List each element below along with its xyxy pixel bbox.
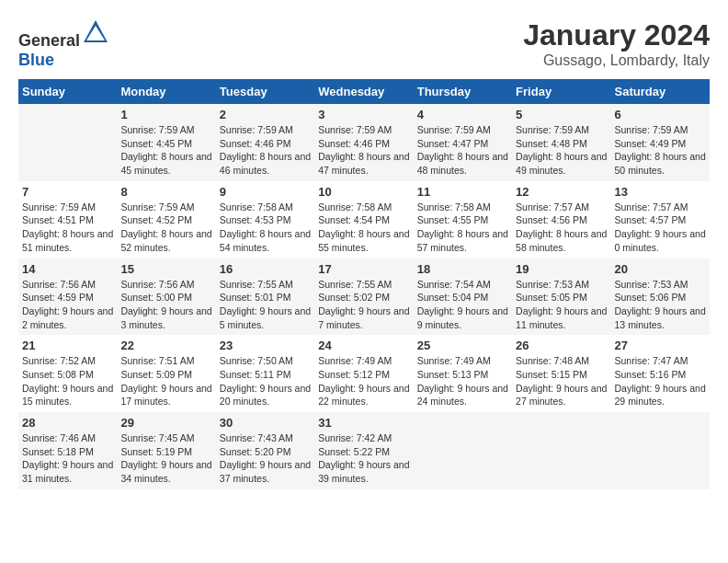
calendar-cell: 23Sunrise: 7:50 AMSunset: 5:11 PMDayligh… — [216, 335, 314, 412]
calendar-cell: 17Sunrise: 7:55 AMSunset: 5:02 PMDayligh… — [314, 259, 413, 336]
day-number: 25 — [417, 339, 508, 352]
calendar-cell: 1Sunrise: 7:59 AMSunset: 4:45 PMDaylight… — [117, 104, 215, 181]
day-number: 26 — [516, 339, 607, 352]
day-number: 18 — [417, 262, 508, 276]
day-number: 6 — [615, 108, 706, 121]
title-block: January 2024 Gussago, Lombardy, Italy — [523, 18, 710, 69]
location-title: Gussago, Lombardy, Italy — [523, 52, 710, 69]
calendar-cell: 18Sunrise: 7:54 AMSunset: 5:04 PMDayligh… — [414, 259, 512, 336]
day-number: 20 — [615, 262, 706, 276]
day-number: 10 — [318, 185, 409, 199]
cell-content: Sunrise: 7:52 AMSunset: 5:08 PMDaylight:… — [22, 354, 113, 408]
calendar-cell: 31Sunrise: 7:42 AMSunset: 5:22 PMDayligh… — [314, 412, 413, 489]
calendar-cell — [414, 412, 512, 489]
calendar-cell: 5Sunrise: 7:59 AMSunset: 4:48 PMDaylight… — [512, 104, 610, 181]
cell-content: Sunrise: 7:53 AMSunset: 5:06 PMDaylight:… — [615, 278, 706, 332]
calendar-cell: 27Sunrise: 7:47 AMSunset: 5:16 PMDayligh… — [611, 335, 710, 412]
calendar-cell: 3Sunrise: 7:59 AMSunset: 4:46 PMDaylight… — [314, 104, 413, 181]
day-number: 1 — [120, 108, 211, 121]
cell-content: Sunrise: 7:59 AMSunset: 4:46 PMDaylight:… — [220, 123, 311, 178]
calendar-cell: 24Sunrise: 7:49 AMSunset: 5:12 PMDayligh… — [314, 335, 413, 412]
weekday-header-row: SundayMondayTuesdayWednesdayThursdayFrid… — [18, 79, 710, 104]
cell-content: Sunrise: 7:51 AMSunset: 5:09 PMDaylight:… — [120, 354, 211, 408]
day-number: 21 — [22, 339, 113, 352]
day-number: 13 — [615, 185, 706, 199]
day-number: 22 — [120, 339, 211, 352]
cell-content: Sunrise: 7:54 AMSunset: 5:04 PMDaylight:… — [417, 278, 508, 332]
day-number: 8 — [120, 185, 211, 199]
calendar-cell: 4Sunrise: 7:59 AMSunset: 4:47 PMDaylight… — [414, 104, 512, 181]
cell-content: Sunrise: 7:59 AMSunset: 4:45 PMDaylight:… — [120, 123, 211, 178]
cell-content: Sunrise: 7:59 AMSunset: 4:49 PMDaylight:… — [615, 123, 706, 178]
calendar-cell: 11Sunrise: 7:58 AMSunset: 4:55 PMDayligh… — [414, 181, 512, 259]
calendar-cell: 13Sunrise: 7:57 AMSunset: 4:57 PMDayligh… — [611, 181, 710, 259]
calendar-cell — [611, 412, 710, 489]
cell-content: Sunrise: 7:55 AMSunset: 5:01 PMDaylight:… — [220, 278, 311, 332]
calendar-week-row: 28Sunrise: 7:46 AMSunset: 5:18 PMDayligh… — [18, 412, 710, 489]
weekday-header: Sunday — [18, 79, 117, 104]
weekday-header: Monday — [117, 79, 215, 104]
weekday-header: Thursday — [414, 79, 512, 104]
cell-content: Sunrise: 7:53 AMSunset: 5:05 PMDaylight:… — [516, 278, 607, 332]
day-number: 28 — [22, 416, 113, 430]
cell-content: Sunrise: 7:56 AMSunset: 5:00 PMDaylight:… — [120, 278, 211, 332]
day-number: 7 — [22, 185, 113, 199]
cell-content: Sunrise: 7:59 AMSunset: 4:52 PMDaylight:… — [120, 201, 211, 255]
cell-content: Sunrise: 7:45 AMSunset: 5:19 PMDaylight:… — [120, 431, 211, 486]
calendar-cell: 26Sunrise: 7:48 AMSunset: 5:15 PMDayligh… — [512, 335, 610, 412]
calendar-cell: 16Sunrise: 7:55 AMSunset: 5:01 PMDayligh… — [216, 259, 314, 336]
day-number: 3 — [318, 108, 409, 121]
cell-content: Sunrise: 7:43 AMSunset: 5:20 PMDaylight:… — [220, 431, 311, 486]
day-number: 29 — [120, 416, 211, 430]
calendar-cell: 8Sunrise: 7:59 AMSunset: 4:52 PMDaylight… — [117, 181, 215, 259]
cell-content: Sunrise: 7:49 AMSunset: 5:12 PMDaylight:… — [318, 354, 409, 408]
month-title: January 2024 — [523, 18, 710, 52]
cell-content: Sunrise: 7:42 AMSunset: 5:22 PMDaylight:… — [318, 431, 409, 486]
day-number: 9 — [220, 185, 311, 199]
day-number: 30 — [220, 416, 311, 430]
calendar-cell: 15Sunrise: 7:56 AMSunset: 5:00 PMDayligh… — [117, 259, 215, 336]
calendar-cell — [512, 412, 610, 489]
calendar-cell: 30Sunrise: 7:43 AMSunset: 5:20 PMDayligh… — [216, 412, 314, 489]
calendar-cell — [18, 104, 117, 181]
weekday-header: Saturday — [611, 79, 710, 104]
cell-content: Sunrise: 7:50 AMSunset: 5:11 PMDaylight:… — [220, 354, 311, 408]
cell-content: Sunrise: 7:56 AMSunset: 4:59 PMDaylight:… — [22, 278, 113, 332]
day-number: 14 — [22, 262, 113, 276]
calendar-cell: 22Sunrise: 7:51 AMSunset: 5:09 PMDayligh… — [117, 335, 215, 412]
day-number: 16 — [220, 262, 311, 276]
cell-content: Sunrise: 7:59 AMSunset: 4:51 PMDaylight:… — [22, 201, 113, 255]
calendar-cell: 10Sunrise: 7:58 AMSunset: 4:54 PMDayligh… — [314, 181, 413, 259]
day-number: 24 — [318, 339, 409, 352]
calendar-cell: 7Sunrise: 7:59 AMSunset: 4:51 PMDaylight… — [18, 181, 117, 259]
page-header: General Blue January 2024 Gussago, Lomba… — [18, 18, 710, 70]
calendar-cell: 20Sunrise: 7:53 AMSunset: 5:06 PMDayligh… — [611, 259, 710, 336]
day-number: 17 — [318, 262, 409, 276]
day-number: 27 — [615, 339, 706, 352]
cell-content: Sunrise: 7:48 AMSunset: 5:15 PMDaylight:… — [516, 354, 607, 408]
cell-content: Sunrise: 7:58 AMSunset: 4:53 PMDaylight:… — [220, 201, 311, 255]
calendar-week-row: 14Sunrise: 7:56 AMSunset: 4:59 PMDayligh… — [18, 259, 710, 336]
calendar-cell: 28Sunrise: 7:46 AMSunset: 5:18 PMDayligh… — [18, 412, 117, 489]
logo: General Blue — [18, 18, 109, 70]
logo-icon — [82, 18, 109, 46]
calendar-cell: 6Sunrise: 7:59 AMSunset: 4:49 PMDaylight… — [611, 104, 710, 181]
day-number: 23 — [220, 339, 311, 352]
day-number: 5 — [516, 108, 607, 121]
calendar-week-row: 7Sunrise: 7:59 AMSunset: 4:51 PMDaylight… — [18, 181, 710, 259]
calendar-cell: 25Sunrise: 7:49 AMSunset: 5:13 PMDayligh… — [414, 335, 512, 412]
cell-content: Sunrise: 7:58 AMSunset: 4:55 PMDaylight:… — [417, 201, 508, 255]
calendar-week-row: 1Sunrise: 7:59 AMSunset: 4:45 PMDaylight… — [18, 104, 710, 181]
day-number: 12 — [516, 185, 607, 199]
cell-content: Sunrise: 7:47 AMSunset: 5:16 PMDaylight:… — [615, 354, 706, 408]
day-number: 15 — [120, 262, 211, 276]
calendar-cell: 21Sunrise: 7:52 AMSunset: 5:08 PMDayligh… — [18, 335, 117, 412]
calendar-cell: 9Sunrise: 7:58 AMSunset: 4:53 PMDaylight… — [216, 181, 314, 259]
logo-general: General — [18, 31, 80, 50]
calendar-cell: 29Sunrise: 7:45 AMSunset: 5:19 PMDayligh… — [117, 412, 215, 489]
cell-content: Sunrise: 7:57 AMSunset: 4:57 PMDaylight:… — [615, 201, 706, 255]
logo-blue: Blue — [18, 51, 54, 69]
cell-content: Sunrise: 7:59 AMSunset: 4:46 PMDaylight:… — [318, 123, 409, 178]
calendar-cell: 14Sunrise: 7:56 AMSunset: 4:59 PMDayligh… — [18, 259, 117, 336]
cell-content: Sunrise: 7:49 AMSunset: 5:13 PMDaylight:… — [417, 354, 508, 408]
